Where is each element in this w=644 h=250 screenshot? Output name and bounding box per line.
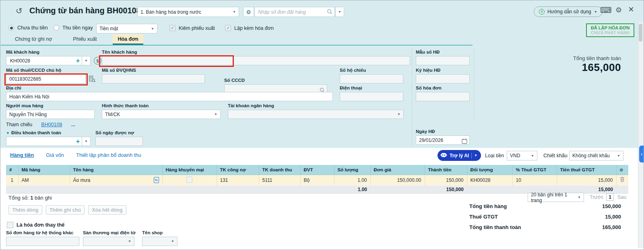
cell-unit[interactable]: Bộ xyxy=(300,175,334,185)
keyboard-shortcuts-icon[interactable]: ⌨ xyxy=(600,5,612,15)
cell-item-name[interactable]: Áo mưa % xyxy=(70,175,162,185)
tab-debit-voucher[interactable]: Chứng từ ghi nợ xyxy=(10,34,57,45)
col-item-name[interactable]: Tên hàng xyxy=(70,165,162,175)
checkbox-checked-icon[interactable]: ✓ xyxy=(169,25,175,31)
table-row[interactable]: 1 AM Áo mưa % 131 5111 Bộ 1.00 150,000.0… xyxy=(6,175,628,185)
checkbox-with-invoice[interactable]: ✓ Lập kèm hóa đơn xyxy=(225,25,274,31)
order-search-dropdown[interactable]: ▼ xyxy=(335,7,344,17)
cell-object[interactable]: KH00028 xyxy=(467,175,512,185)
passport-input[interactable] xyxy=(340,74,403,83)
col-promo[interactable]: Hàng khuyến mại xyxy=(162,165,217,175)
add-note-button[interactable]: Thêm ghi chú xyxy=(46,205,85,215)
invoice-number-input[interactable] xyxy=(416,92,470,101)
add-row-button[interactable]: Thêm dòng xyxy=(8,205,42,215)
tax-code-input[interactable] xyxy=(6,74,86,83)
col-debit-account[interactable]: TK công nợ xyxy=(217,165,259,175)
cell-vat-rate[interactable]: 10 xyxy=(512,175,557,185)
tax-lookup-icon[interactable] xyxy=(89,75,95,84)
vertical-scrollbar[interactable] xyxy=(638,22,644,248)
close-window-button[interactable]: × xyxy=(628,4,634,15)
tab-items-amount[interactable]: Hàng tiền xyxy=(10,152,34,158)
shop-name-select[interactable]: ▼ xyxy=(142,237,178,246)
discount-select[interactable]: Không chiết khấu ▼ xyxy=(569,151,623,160)
add-payment-terms-icon[interactable]: + xyxy=(76,138,80,145)
tab-export-slip[interactable]: Phiếu xuất xyxy=(68,34,101,45)
calendar-icon[interactable] xyxy=(462,138,467,146)
cell-promo[interactable] xyxy=(162,175,217,185)
debt-days-input[interactable] xyxy=(95,137,143,146)
currency-select[interactable]: VND ▼ xyxy=(507,151,537,160)
doc-type-select[interactable]: 1. Bán hàng hóa trong nước ▼ xyxy=(137,7,239,17)
cell-item-code[interactable]: AM xyxy=(18,175,70,185)
order-settings-button[interactable]: ⚙ xyxy=(243,7,254,17)
budget-code-input[interactable] xyxy=(102,74,205,83)
payment-method-select[interactable]: Tiền mặt ▼ xyxy=(96,24,157,33)
customer-code-input[interactable] xyxy=(9,58,76,64)
col-object[interactable]: Đối tượng xyxy=(467,165,512,175)
tab-cost-price[interactable]: Giá vốn xyxy=(46,152,64,158)
collapse-triangle-icon[interactable]: ▼ xyxy=(6,131,10,135)
prev-page-button[interactable]: Trước xyxy=(590,194,603,200)
radio-group-paid-now[interactable]: Thu tiền ngay xyxy=(54,25,93,31)
buyer-input[interactable] xyxy=(6,110,95,119)
tab-invoice[interactable]: Hóa đơn xyxy=(113,34,143,45)
checkbox-unchecked-icon[interactable] xyxy=(186,177,192,183)
payment-form-select[interactable]: TM/CK ▼ xyxy=(102,110,221,119)
customer-code-dropdown[interactable]: ▼ xyxy=(82,56,91,65)
payment-terms-dropdown[interactable]: ▼ xyxy=(82,137,91,146)
invoice-series-input[interactable] xyxy=(416,74,470,83)
address-input[interactable] xyxy=(6,92,333,101)
external-order-input[interactable] xyxy=(6,237,79,246)
bank-account-select[interactable]: ▼ xyxy=(228,110,404,119)
checkbox-export-slip[interactable]: ✓ Kiêm phiếu xuất xyxy=(169,25,215,31)
page-size-select[interactable]: 20 bản ghi trên 1 trang ▼ xyxy=(528,193,584,202)
cell-revenue-account[interactable]: 5111 xyxy=(259,175,300,185)
help-button[interactable]: ? Hướng dẫn sử dụng ▼ xyxy=(534,6,603,17)
radio-unselected-icon[interactable] xyxy=(54,25,59,31)
cell-debit-account[interactable]: 131 xyxy=(217,175,259,185)
radio-selected-icon[interactable] xyxy=(8,25,14,31)
checkbox-unchecked-icon[interactable]: ✓ xyxy=(7,222,13,228)
cell-quantity[interactable]: 1.00 xyxy=(334,175,370,185)
reference-more-link[interactable]: ... xyxy=(71,122,75,127)
current-page-box[interactable]: 1 xyxy=(606,193,614,201)
with-invoice-label: Lập kèm hóa đơn xyxy=(234,25,274,31)
col-item-code[interactable]: Mã hàng xyxy=(18,165,70,175)
col-vat-amount[interactable]: Tiền thuế GTGT xyxy=(557,165,616,175)
clear-rows-button[interactable]: Xóa hết dòng xyxy=(88,205,126,215)
col-index[interactable]: # xyxy=(6,165,18,175)
collapse-panel-tab[interactable]: ‹ xyxy=(639,146,644,162)
dollar-circle-icon[interactable]: $ xyxy=(94,57,101,65)
checkbox-checked-icon[interactable]: ✓ xyxy=(225,25,231,31)
order-search-input[interactable] xyxy=(254,7,335,17)
scrollbar-thumb[interactable] xyxy=(639,24,642,42)
history-icon[interactable]: ↺ xyxy=(16,6,23,16)
next-page-button[interactable]: Sau xyxy=(617,194,626,200)
col-quantity[interactable]: Số lượng xyxy=(334,165,370,175)
cell-vat-amount[interactable]: 15,000 xyxy=(557,175,616,185)
settings-gear-icon[interactable]: ⚙ xyxy=(615,6,622,15)
add-customer-icon[interactable]: + xyxy=(76,58,80,64)
checkbox-replacement-invoice[interactable]: ✓ Là hóa đơn thay thế xyxy=(7,222,64,228)
cell-amount[interactable]: 150,000 xyxy=(425,175,467,185)
col-unit-price[interactable]: Đơn giá xyxy=(370,165,425,175)
invoice-template-input[interactable] xyxy=(416,56,470,65)
col-revenue-account[interactable]: TK doanh thu xyxy=(259,165,300,175)
tab-revenue-allocation[interactable]: Thiết lập phân bổ doanh thu xyxy=(76,152,141,158)
col-unit[interactable]: ĐVT xyxy=(300,165,334,175)
customer-name-input[interactable] xyxy=(102,56,410,65)
trash-icon[interactable] xyxy=(620,178,625,183)
col-amount[interactable]: Thành tiền xyxy=(425,165,467,175)
column-settings-icon[interactable]: ⚙ xyxy=(620,168,623,172)
payment-terms-input[interactable] xyxy=(9,138,76,145)
cell-unit-price[interactable]: 150,000.00 xyxy=(370,175,425,185)
cell-delete[interactable] xyxy=(616,175,628,185)
phone-input[interactable] xyxy=(340,92,403,101)
cell-index: 1 xyxy=(6,175,18,185)
tax-doc-icon[interactable]: % xyxy=(154,177,159,183)
radio-group-unpaid[interactable]: Chưa thu tiền xyxy=(8,25,48,31)
ai-assistant-button[interactable]: Trợ lý AI ▼ xyxy=(438,150,481,161)
reference-link[interactable]: BH00108 xyxy=(41,122,62,127)
col-vat-rate[interactable]: % Thuế GTGT xyxy=(512,165,557,175)
ecommerce-platform-select[interactable]: ▼ xyxy=(83,237,134,246)
